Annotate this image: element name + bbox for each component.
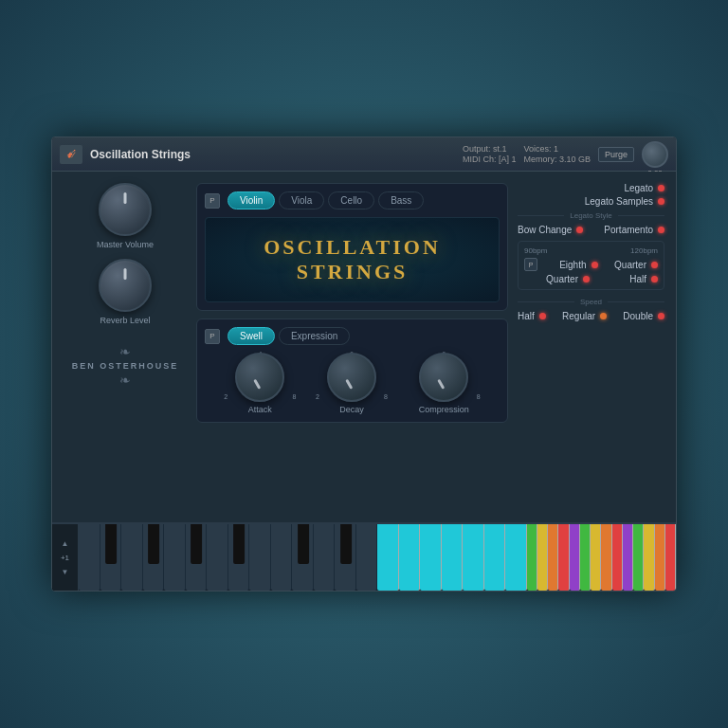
orange-key3[interactable] (655, 524, 665, 591)
white-key[interactable] (164, 524, 186, 591)
cyan-black-key[interactable] (511, 524, 522, 564)
scroll-down-arrow[interactable]: ▼ (62, 568, 69, 576)
quarter-left-led[interactable] (583, 276, 590, 282)
red-key3[interactable] (665, 524, 676, 591)
compression-knob[interactable] (419, 353, 468, 402)
title-bar: 🎻 Oscillation Strings Output: st.1 MIDI … (52, 137, 676, 172)
white-key[interactable] (186, 524, 208, 591)
yellow-key2[interactable] (591, 524, 601, 591)
cyan-black-key[interactable] (446, 524, 458, 564)
octave-number: +1 (61, 554, 69, 562)
portamento-led[interactable] (658, 227, 664, 233)
legato-led[interactable] (658, 185, 664, 191)
attack-tick-left: 2 (224, 393, 228, 400)
quarter-right-row: Quarter (601, 260, 659, 270)
black-key[interactable] (233, 524, 245, 564)
half-speed-led[interactable] (539, 313, 546, 319)
keyboard-area (79, 524, 676, 591)
white-key[interactable] (271, 524, 293, 591)
white-key[interactable] (228, 524, 250, 591)
black-key[interactable] (340, 524, 352, 564)
brand-logo: ❧ BEN OSTERHOUSE ❧ (72, 344, 179, 388)
cyan-key[interactable] (420, 524, 442, 591)
legato-samples-led[interactable] (658, 198, 664, 205)
cyan-key[interactable] (463, 524, 484, 591)
tune-knob[interactable] (642, 141, 668, 168)
white-key[interactable] (335, 524, 356, 591)
brand-ornament-top: ❧ (119, 344, 131, 359)
white-key[interactable] (121, 524, 143, 591)
orange-key[interactable] (548, 524, 558, 591)
reverb-level-label: Reverb Level (100, 316, 150, 325)
eighth-row-inner: Eighth (540, 260, 598, 270)
purple-key[interactable] (570, 524, 580, 591)
legato-style-row: Bow Change Portamento (518, 225, 664, 235)
cyan-key[interactable] (505, 524, 527, 591)
scroll-up-arrow[interactable]: ▲ (62, 539, 69, 548)
speed-divider: Speed (518, 298, 664, 306)
purge-button[interactable]: Purge (598, 147, 634, 162)
tab-bass[interactable]: Bass (378, 191, 424, 209)
purple-key2[interactable] (623, 524, 633, 591)
reverb-level-knob[interactable] (99, 259, 152, 312)
white-key[interactable] (249, 524, 271, 591)
bow-change-led[interactable] (576, 227, 583, 233)
master-volume-knob[interactable] (99, 183, 152, 236)
white-key[interactable] (100, 524, 122, 591)
mode-preset-button[interactable]: P (205, 329, 220, 344)
green-key3[interactable] (633, 524, 644, 591)
left-panel: Master Volume Reverb Level ❧ BEN OSTERHO… (64, 183, 187, 511)
cyan-black-key[interactable] (404, 524, 415, 564)
decay-knob[interactable] (327, 353, 376, 402)
white-key[interactable] (79, 524, 100, 591)
double-speed-led[interactable] (658, 313, 664, 319)
cyan-key[interactable] (484, 524, 506, 591)
white-key[interactable] (207, 524, 228, 591)
instrument-tabs: P Violin Viola Cello Bass (205, 191, 500, 209)
red-key[interactable] (558, 524, 569, 591)
tab-cello[interactable]: Cello (328, 191, 374, 209)
half-right-led[interactable] (651, 276, 658, 282)
tab-violin[interactable]: Violin (228, 191, 275, 209)
decay-tick-left: 2 (316, 393, 319, 400)
white-key[interactable] (292, 524, 314, 591)
instrument-name: Oscillation Strings (90, 148, 455, 161)
quarter-right-led[interactable] (651, 262, 658, 268)
green-key2[interactable] (580, 524, 591, 591)
logo-text: OSCILLATION STRINGS (264, 235, 441, 285)
cyan-key[interactable] (377, 524, 399, 591)
green-key[interactable] (527, 524, 537, 591)
tempo-90-label: 90bpm (524, 246, 547, 255)
black-key[interactable] (191, 524, 202, 564)
p-eighth-btn[interactable]: P (524, 258, 537, 271)
midi-label: MIDI Ch: [A] 1 (463, 155, 517, 164)
master-volume-label: Master Volume (97, 240, 154, 249)
tab-swell[interactable]: Swell (228, 327, 275, 345)
orange-key2[interactable] (601, 524, 611, 591)
cyan-key[interactable] (399, 524, 421, 591)
tempo-120-label: 120bpm (630, 246, 658, 255)
eighth-led[interactable] (592, 262, 598, 268)
tab-viola[interactable]: Viola (279, 191, 324, 209)
black-key[interactable] (105, 524, 117, 564)
brand-name: BEN OSTERHOUSE (72, 361, 179, 371)
attack-knob[interactable] (235, 353, 284, 402)
white-key[interactable] (356, 524, 378, 591)
black-key[interactable] (148, 524, 159, 564)
preset-button[interactable]: P (205, 193, 220, 209)
decay-control: 6 2 8 Decay (327, 353, 376, 414)
white-key[interactable] (143, 524, 165, 591)
black-key[interactable] (298, 524, 309, 564)
cyan-region (377, 524, 527, 591)
yellow-key[interactable] (537, 524, 548, 591)
regular-speed-led[interactable] (600, 313, 607, 319)
red-key2[interactable] (612, 524, 623, 591)
white-key[interactable] (314, 524, 336, 591)
cyan-key[interactable] (442, 524, 464, 591)
yellow-key3[interactable] (644, 524, 654, 591)
tab-expression[interactable]: Expression (279, 327, 350, 345)
plugin-window: 🎻 Oscillation Strings Output: st.1 MIDI … (51, 136, 677, 592)
speed-row: Half Regular Double (518, 311, 664, 321)
decay-label: Decay (339, 405, 364, 414)
voices-label: Voices: 1 (523, 144, 591, 154)
